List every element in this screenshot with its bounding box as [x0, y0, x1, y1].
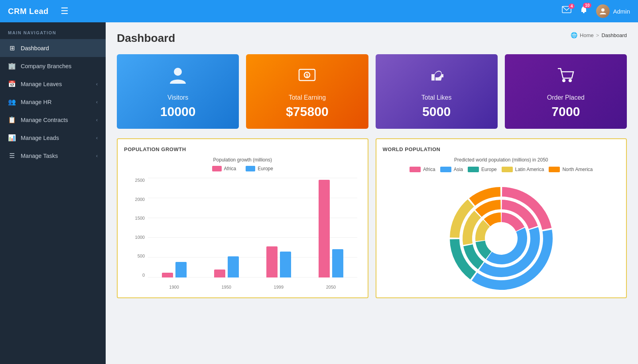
bar-europe-1950	[228, 256, 239, 277]
legend-label: Africa	[224, 166, 236, 171]
main-content: Dashboard 🌐 Home > Dashboard Visitors 10…	[106, 22, 638, 364]
donut-legend-label: Africa	[423, 167, 435, 172]
y-axis: 25002000150010005000	[128, 178, 148, 277]
sidebar-item-manage-contracts[interactable]: 📋 Manage Contracts ‹	[0, 111, 106, 129]
stat-card-label-total-earning: Total Earning	[289, 94, 326, 101]
stat-card-icon-order-placed	[556, 65, 576, 89]
sidebar-icon-company-branches: 🏢	[8, 62, 16, 70]
stat-card-total-likes[interactable]: Total Likes 5000	[376, 54, 498, 129]
app-body: MAIN NAVIGATION ⊞ Dashboard 🏢 Company Br…	[0, 22, 638, 364]
bar-group-1999	[252, 246, 305, 277]
sidebar-item-left: ☰ Manage Tasks	[8, 152, 58, 159]
donut-legend-color	[549, 167, 560, 172]
page-title: Dashboard	[117, 32, 175, 45]
donut-legend-label: North America	[562, 167, 593, 172]
breadcrumb-home[interactable]: Home	[580, 32, 594, 38]
donut-legend-color	[410, 167, 421, 172]
sidebar-label-manage-hr: Manage HR	[21, 99, 51, 105]
sidebar: MAIN NAVIGATION ⊞ Dashboard 🏢 Company Br…	[0, 22, 106, 364]
x-labels: 1900195019992050	[148, 285, 357, 289]
donut-legend-color	[468, 167, 479, 172]
stat-cards: Visitors 10000 $ Total Earning $75800 To…	[117, 54, 627, 129]
bar-legend: AfricaEurope	[128, 166, 357, 171]
donut-legend-label: Asia	[454, 167, 463, 172]
sidebar-icon-dashboard: ⊞	[8, 44, 16, 52]
stat-card-icon-total-likes	[427, 65, 447, 89]
bar-chart-title: POPULATION GROWTH	[124, 146, 361, 152]
chevron-icon-manage-contracts: ‹	[96, 117, 98, 123]
donut-container: Predicted world population (millions) in…	[383, 157, 620, 290]
user-menu[interactable]: Admin	[596, 4, 630, 18]
sidebar-item-left: ⊞ Dashboard	[8, 44, 49, 52]
sidebar-label-manage-tasks: Manage Tasks	[21, 153, 58, 159]
y-axis-label: 1500	[135, 216, 145, 220]
mail-icon-button[interactable]: 4	[562, 6, 571, 16]
user-label: Admin	[613, 8, 630, 15]
bar-africa-1900	[162, 273, 173, 277]
sidebar-item-manage-leads[interactable]: 📊 Manage Leads ‹	[0, 129, 106, 147]
chevron-icon-manage-leaves: ‹	[96, 81, 98, 87]
sidebar-icon-manage-contracts: 📋	[8, 116, 16, 124]
chevron-icon-manage-hr: ‹	[96, 99, 98, 105]
x-axis-label: 2050	[326, 285, 336, 289]
stat-card-visitors[interactable]: Visitors 10000	[117, 54, 239, 129]
y-axis-label: 500	[138, 254, 145, 258]
stat-card-order-placed[interactable]: Order Placed 7000	[505, 54, 627, 129]
sidebar-item-company-branches[interactable]: 🏢 Company Branches	[0, 57, 106, 75]
sidebar-label-manage-contracts: Manage Contracts	[21, 117, 68, 123]
sidebar-label-manage-leads: Manage Leads	[21, 135, 59, 141]
donut-legend-africa: Africa	[410, 167, 435, 172]
y-axis-label: 2500	[135, 178, 145, 183]
sidebar-item-left: 📋 Manage Contracts	[8, 116, 68, 124]
stat-card-icon-visitors	[168, 65, 188, 89]
svg-point-8	[562, 79, 565, 82]
bar-legend-africa: Africa	[212, 166, 236, 171]
chevron-icon-manage-tasks: ‹	[96, 153, 98, 159]
bar-chart-container: Population growth (millions) AfricaEurop…	[124, 157, 361, 289]
bell-badge: 10	[583, 3, 591, 8]
svg-point-9	[569, 79, 572, 82]
sidebar-item-manage-hr[interactable]: 👥 Manage HR ‹	[0, 93, 106, 111]
donut-legend-latin-america: Latin America	[502, 167, 544, 172]
donut-legend-color	[440, 167, 451, 172]
legend-color	[212, 166, 222, 171]
stat-card-label-order-placed: Order Placed	[547, 94, 585, 101]
sidebar-item-left: 👥 Manage HR	[8, 98, 51, 106]
stat-card-value-total-earning: $75800	[286, 104, 329, 119]
legend-color	[246, 166, 255, 171]
bar-africa-1999	[266, 246, 278, 277]
bar-chart-subtitle: Population growth (millions)	[128, 157, 357, 163]
chevron-icon-manage-leads: ‹	[96, 135, 98, 141]
bell-icon-button[interactable]: 10	[579, 5, 588, 17]
bar-africa-2050	[319, 180, 330, 277]
sidebar-item-left: 📅 Manage Leaves	[8, 80, 62, 88]
stat-card-value-total-likes: 5000	[422, 104, 451, 119]
donut-legend-label: Latin America	[515, 167, 544, 172]
menu-toggle-icon[interactable]: ☰	[58, 4, 71, 19]
charts-row: POPULATION GROWTH Population growth (mil…	[117, 138, 627, 298]
sidebar-item-left: 📊 Manage Leads	[8, 134, 59, 142]
svg-text:$: $	[306, 73, 308, 78]
stat-card-label-total-likes: Total Likes	[421, 94, 452, 101]
breadcrumb-icon: 🌐	[571, 32, 577, 38]
bar-europe-1900	[175, 262, 187, 277]
sidebar-item-dashboard[interactable]: ⊞ Dashboard	[0, 39, 106, 57]
sidebar-item-manage-tasks[interactable]: ☰ Manage Tasks ‹	[0, 147, 106, 165]
x-axis-label: 1900	[169, 285, 179, 289]
sidebar-icon-manage-hr: 👥	[8, 98, 16, 106]
donut-svg-wrapper	[441, 179, 561, 290]
donut-chart-title: WORLD POPULATION	[383, 146, 620, 152]
stat-card-value-visitors: 10000	[160, 104, 196, 119]
navbar-right: 4 10 Admin	[562, 4, 630, 18]
svg-point-4	[174, 68, 182, 76]
sidebar-item-left: 🏢 Company Branches	[8, 62, 71, 70]
brand-logo: CRM Lead	[8, 7, 49, 16]
bar-legend-europe: Europe	[246, 166, 273, 171]
bar-europe-2050	[332, 249, 343, 277]
stat-card-total-earning[interactable]: $ Total Earning $75800	[246, 54, 368, 129]
page-header: Dashboard 🌐 Home > Dashboard	[117, 32, 627, 45]
donut-legend-europe: Europe	[468, 167, 497, 172]
world-population-chart: WORLD POPULATION Predicted world populat…	[376, 138, 627, 298]
sidebar-item-manage-leaves[interactable]: 📅 Manage Leaves ‹	[0, 75, 106, 93]
donut-segment-ring2-asia	[486, 228, 527, 264]
